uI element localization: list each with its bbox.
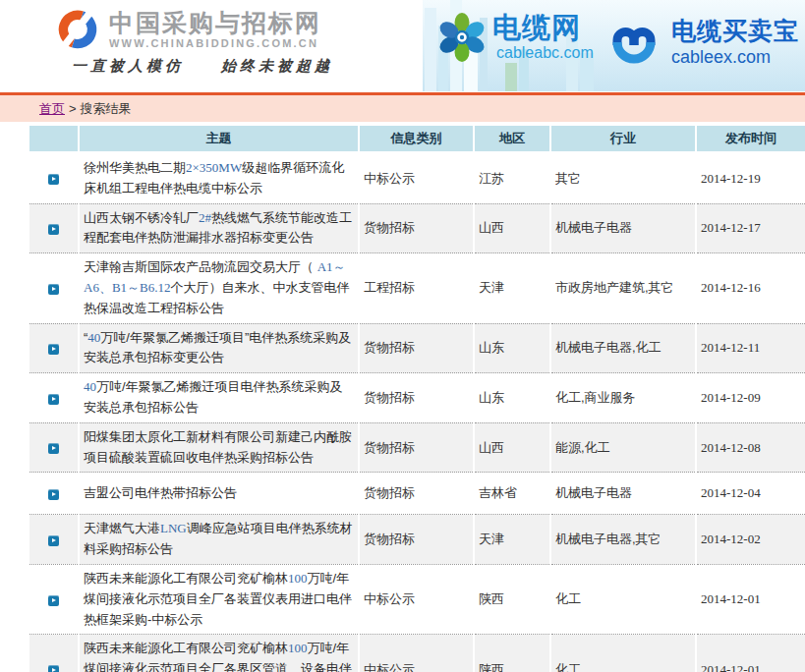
play-icon [48, 595, 59, 606]
publish-date: 2014-12-02 [696, 515, 805, 565]
industry: 机械电子电器,化工 [550, 323, 696, 373]
column-header-region: 地区 [474, 126, 550, 153]
table-row: 陕西未来能源化工有限公司兖矿榆林100万吨/年煤间接液化示范项目全厂各装置仪表用… [29, 564, 805, 634]
result-title-link[interactable]: 天津燃气大港LNG调峰应急站项目电伴热系统材料采购招标公告 [84, 521, 353, 556]
region: 陕西 [474, 635, 550, 672]
cableabc-flower-icon [436, 12, 488, 63]
info-category: 工程招标 [359, 253, 474, 323]
play-icon [48, 284, 59, 295]
column-header-industry: 行业 [550, 126, 696, 153]
result-title-link[interactable]: 山西太钢不锈冷轧厂2#热线燃气系统节能改造工程配套电伴热防泄漏排水器招标变更公告 [84, 210, 352, 246]
breadcrumb-home-link[interactable]: 首页 [39, 101, 65, 116]
region: 陕西 [474, 564, 550, 634]
play-icon [48, 224, 59, 235]
info-category: 货物招标 [359, 515, 474, 565]
region: 江苏 [474, 153, 550, 204]
region: 山西 [474, 203, 550, 253]
publish-date: 2014-12-17 [696, 203, 805, 253]
publish-date: 2014-12-08 [696, 422, 805, 473]
industry: 机械电子电器 [550, 473, 696, 515]
table-row: 40万吨/年聚氯乙烯搬迁项目电伴热系统采购及安装总承包招标公告货物招标山东化工,… [29, 373, 805, 423]
info-category: 货物招标 [359, 473, 474, 515]
cableabc-domain: cableabc.com [496, 44, 594, 62]
result-title-link[interactable]: “40万吨/年聚氯乙烯搬迁项目”电伴热系统采购及安装总承包招标变更公告 [84, 330, 351, 365]
info-category: 中标公示 [359, 635, 474, 672]
chinabidding-swirl-icon [54, 10, 101, 51]
breadcrumb-current: 搜索结果 [81, 101, 132, 116]
column-header-icon [29, 126, 79, 153]
table-header-row: 主题信息类别地区行业发布时间 [29, 126, 805, 153]
publish-date: 2014-12-16 [696, 253, 805, 323]
table-row: 陕西未来能源化工有限公司兖矿榆林100万吨/年煤间接液化示范项目全厂各界区管道、… [29, 635, 805, 672]
play-icon [48, 174, 59, 185]
table-row: 徐州华美热电二期2×350MW级超临界循环流化床机组工程电伴热电缆中标公示中标公… [29, 153, 805, 204]
table-row: 天津翰吉斯国际农产品物流园交易大厅（ A1～A6、B1～B6.12个大厅）自来水… [29, 253, 805, 323]
results-table: 主题信息类别地区行业发布时间 徐州华美热电二期2×350MW级超临界循环流化床机… [29, 126, 805, 672]
publish-date: 2014-12-09 [696, 373, 805, 423]
table-row: 阳煤集团太原化工新材料有限公司新建己内酰胺项目硫酸装置硫回收电伴热采购招标公告货… [29, 422, 805, 473]
column-header-category: 信息类别 [359, 126, 474, 153]
info-category: 货物招标 [359, 422, 474, 473]
play-icon [48, 535, 59, 546]
site-url: WWW.CHINABIDDING.COM.CN [109, 37, 321, 49]
search-results: 主题信息类别地区行业发布时间 徐州华美热电二期2×350MW级超临界循环流化床机… [29, 126, 805, 672]
site-tagline: 一直被人模仿 始终未被超越 [72, 57, 333, 76]
breadcrumb-separator: > [69, 101, 77, 116]
info-category: 中标公示 [359, 564, 474, 634]
industry: 市政房地产建筑,其它 [550, 253, 696, 323]
publish-date: 2014-12-19 [696, 153, 805, 204]
play-icon [48, 665, 59, 672]
publish-date: 2014-12-04 [696, 473, 805, 515]
table-row: 吉盟公司电伴热带招标公告货物招标吉林省机械电子电器2014-12-04 [29, 473, 805, 515]
info-category: 货物招标 [359, 203, 474, 253]
play-icon [48, 443, 59, 454]
cableabc-name: 电缆网 [492, 13, 594, 43]
industry: 机械电子电器,其它 [550, 515, 696, 565]
industry: 能源,化工 [550, 422, 696, 473]
region: 天津 [474, 253, 550, 323]
cableex-domain: cableex.com [671, 47, 799, 68]
publish-date: 2014-12-01 [696, 635, 805, 672]
breadcrumb: 首页>搜索结果 [0, 92, 805, 122]
cableabc-ad-link[interactable]: 电缆网 cableabc.com [436, 12, 594, 63]
industry: 化工,商业服务 [550, 373, 696, 423]
ad-banner: 电缆网 cableabc.com 电缆买卖宝 cableex.com [423, 0, 805, 91]
region: 山西 [474, 422, 550, 473]
result-title-link[interactable]: 天津翰吉斯国际农产品物流园交易大厅（ A1～A6、B1～B6.12个大厅）自来水… [84, 259, 349, 315]
table-row: 天津燃气大港LNG调峰应急站项目电伴热系统材料采购招标公告货物招标天津机械电子电… [29, 515, 805, 565]
result-title-link[interactable]: 陕西未来能源化工有限公司兖矿榆林100万吨/年煤间接液化示范项目全厂各装置仪表用… [84, 571, 352, 627]
site-name: 中国采购与招标网 [109, 10, 321, 35]
publish-date: 2014-12-11 [696, 323, 805, 373]
industry: 机械电子电器 [550, 203, 696, 253]
result-title-link[interactable]: 吉盟公司电伴热带招标公告 [84, 485, 237, 500]
industry: 化工 [550, 635, 696, 672]
page-header: 中国采购与招标网 WWW.CHINABIDDING.COM.CN 一直被人模仿 … [0, 0, 805, 92]
play-icon [48, 489, 59, 500]
info-category: 中标公示 [359, 153, 474, 204]
cableex-m-icon [605, 19, 666, 68]
table-row: “40万吨/年聚氯乙烯搬迁项目”电伴热系统采购及安装总承包招标变更公告货物招标山… [29, 323, 805, 373]
play-icon [48, 394, 59, 405]
cableex-name: 电缆买卖宝 [671, 18, 799, 44]
region: 山东 [474, 323, 550, 373]
result-title-link[interactable]: 徐州华美热电二期2×350MW级超临界循环流化床机组工程电伴热电缆中标公示 [84, 160, 344, 196]
publish-date: 2014-12-01 [696, 564, 805, 634]
info-category: 货物招标 [359, 373, 474, 423]
result-title-link[interactable]: 40万吨/年聚氯乙烯搬迁项目电伴热系统采购及安装总承包招标公告 [84, 379, 343, 415]
play-icon [48, 344, 59, 355]
result-title-link[interactable]: 阳煤集团太原化工新材料有限公司新建己内酰胺项目硫酸装置硫回收电伴热采购招标公告 [84, 429, 352, 465]
region: 山东 [474, 373, 550, 423]
region: 天津 [474, 515, 550, 565]
industry: 其它 [550, 153, 696, 204]
industry: 化工 [550, 564, 696, 634]
chinabidding-logo[interactable]: 中国采购与招标网 WWW.CHINABIDDING.COM.CN 一直被人模仿 … [54, 10, 333, 76]
region: 吉林省 [474, 473, 550, 515]
column-header-subject: 主题 [79, 126, 359, 153]
info-category: 货物招标 [359, 323, 474, 373]
cableex-ad-link[interactable]: 电缆买卖宝 cableex.com [605, 18, 799, 68]
table-row: 山西太钢不锈冷轧厂2#热线燃气系统节能改造工程配套电伴热防泄漏排水器招标变更公告… [29, 203, 805, 253]
result-title-link[interactable]: 陕西未来能源化工有限公司兖矿榆林100万吨/年煤间接液化示范项目全厂各界区管道、… [84, 641, 352, 672]
column-header-date: 发布时间 [696, 126, 805, 153]
